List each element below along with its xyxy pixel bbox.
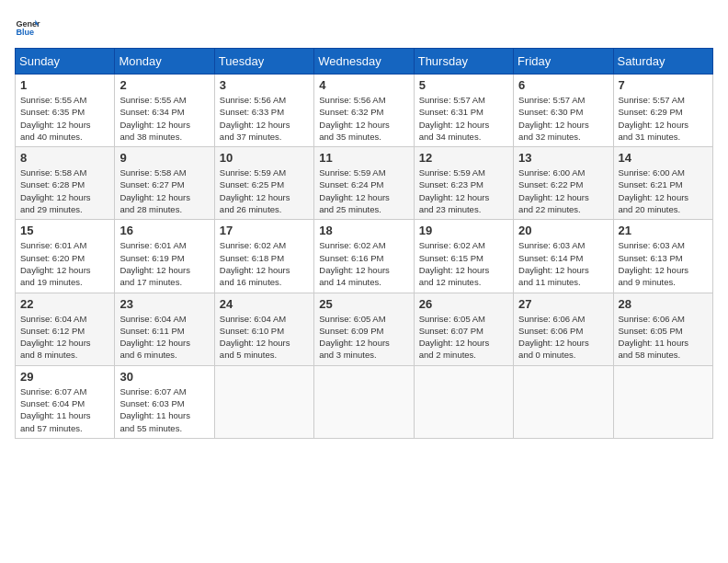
day-info: Sunrise: 6:05 AM Sunset: 6:07 PM Dayligh… — [419, 313, 508, 362]
day-number: 27 — [518, 297, 608, 311]
logo: General Blue — [15, 15, 40, 40]
svg-text:Blue: Blue — [16, 28, 34, 37]
table-row: 24Sunrise: 6:04 AM Sunset: 6:10 PM Dayli… — [214, 293, 313, 365]
day-number: 19 — [419, 224, 508, 237]
day-header-saturday: Saturday — [613, 49, 712, 75]
day-header-wednesday: Wednesday — [314, 49, 414, 75]
table-row: 7Sunrise: 5:57 AM Sunset: 6:29 PM Daylig… — [613, 75, 712, 147]
day-number: 29 — [20, 370, 109, 384]
table-row: 14Sunrise: 6:00 AM Sunset: 6:21 PM Dayli… — [613, 147, 712, 220]
day-info: Sunrise: 6:04 AM Sunset: 6:12 PM Dayligh… — [20, 313, 109, 362]
day-info: Sunrise: 5:56 AM Sunset: 6:32 PM Dayligh… — [319, 94, 408, 143]
table-row — [613, 365, 712, 438]
day-number: 12 — [419, 151, 508, 165]
day-info: Sunrise: 5:56 AM Sunset: 6:33 PM Dayligh… — [220, 94, 309, 143]
table-row: 17Sunrise: 6:02 AM Sunset: 6:18 PM Dayli… — [214, 220, 313, 293]
day-info: Sunrise: 5:55 AM Sunset: 6:34 PM Dayligh… — [119, 94, 209, 143]
day-number: 21 — [619, 224, 708, 237]
day-info: Sunrise: 6:02 AM Sunset: 6:18 PM Dayligh… — [220, 239, 309, 288]
table-row — [214, 365, 313, 438]
table-row: 20Sunrise: 6:03 AM Sunset: 6:14 PM Dayli… — [514, 220, 613, 293]
table-row: 21Sunrise: 6:03 AM Sunset: 6:13 PM Dayli… — [613, 220, 712, 293]
table-row — [314, 365, 414, 438]
table-row: 8Sunrise: 5:58 AM Sunset: 6:28 PM Daylig… — [16, 147, 115, 220]
table-row — [414, 365, 513, 438]
day-number: 3 — [220, 78, 309, 92]
table-row: 12Sunrise: 5:59 AM Sunset: 6:23 PM Dayli… — [414, 147, 513, 220]
day-number: 26 — [419, 297, 508, 311]
day-number: 9 — [119, 151, 209, 165]
day-info: Sunrise: 5:59 AM Sunset: 6:23 PM Dayligh… — [419, 167, 508, 215]
table-row: 30Sunrise: 6:07 AM Sunset: 6:03 PM Dayli… — [115, 365, 214, 438]
day-info: Sunrise: 6:07 AM Sunset: 6:04 PM Dayligh… — [20, 385, 109, 434]
day-info: Sunrise: 6:02 AM Sunset: 6:16 PM Dayligh… — [319, 239, 408, 288]
day-number: 30 — [119, 370, 209, 384]
day-number: 20 — [518, 224, 608, 237]
day-number: 2 — [119, 78, 209, 92]
table-row — [514, 365, 613, 438]
day-header-sunday: Sunday — [16, 49, 115, 75]
table-row: 15Sunrise: 6:01 AM Sunset: 6:20 PM Dayli… — [16, 220, 115, 293]
table-row: 27Sunrise: 6:06 AM Sunset: 6:06 PM Dayli… — [514, 293, 613, 365]
table-row: 2Sunrise: 5:55 AM Sunset: 6:34 PM Daylig… — [115, 75, 214, 147]
table-row: 1Sunrise: 5:55 AM Sunset: 6:35 PM Daylig… — [16, 75, 115, 147]
day-number: 5 — [419, 78, 508, 92]
day-info: Sunrise: 5:59 AM Sunset: 6:25 PM Dayligh… — [220, 167, 309, 215]
day-header-tuesday: Tuesday — [214, 49, 313, 75]
table-row: 11Sunrise: 5:59 AM Sunset: 6:24 PM Dayli… — [314, 147, 414, 220]
day-info: Sunrise: 6:02 AM Sunset: 6:15 PM Dayligh… — [419, 239, 508, 288]
day-info: Sunrise: 5:58 AM Sunset: 6:28 PM Dayligh… — [20, 167, 109, 215]
table-row: 25Sunrise: 6:05 AM Sunset: 6:09 PM Dayli… — [314, 293, 414, 365]
day-info: Sunrise: 5:57 AM Sunset: 6:31 PM Dayligh… — [419, 94, 508, 143]
day-number: 1 — [20, 78, 109, 92]
day-info: Sunrise: 5:57 AM Sunset: 6:29 PM Dayligh… — [619, 94, 708, 143]
day-info: Sunrise: 5:55 AM Sunset: 6:35 PM Dayligh… — [20, 94, 109, 143]
day-info: Sunrise: 5:57 AM Sunset: 6:30 PM Dayligh… — [518, 94, 608, 143]
day-number: 28 — [619, 297, 708, 311]
day-number: 10 — [220, 151, 309, 165]
day-number: 17 — [220, 224, 309, 237]
table-row: 3Sunrise: 5:56 AM Sunset: 6:33 PM Daylig… — [214, 75, 313, 147]
day-info: Sunrise: 6:06 AM Sunset: 6:05 PM Dayligh… — [619, 313, 708, 362]
table-row: 26Sunrise: 6:05 AM Sunset: 6:07 PM Dayli… — [414, 293, 513, 365]
calendar-table: SundayMondayTuesdayWednesdayThursdayFrid… — [15, 48, 713, 439]
table-row: 5Sunrise: 5:57 AM Sunset: 6:31 PM Daylig… — [414, 75, 513, 147]
table-row: 16Sunrise: 6:01 AM Sunset: 6:19 PM Dayli… — [115, 220, 214, 293]
table-row: 9Sunrise: 5:58 AM Sunset: 6:27 PM Daylig… — [115, 147, 214, 220]
table-row: 23Sunrise: 6:04 AM Sunset: 6:11 PM Dayli… — [115, 293, 214, 365]
day-info: Sunrise: 6:01 AM Sunset: 6:20 PM Dayligh… — [20, 239, 109, 288]
day-number: 14 — [619, 151, 708, 165]
day-number: 24 — [220, 297, 309, 311]
table-row: 4Sunrise: 5:56 AM Sunset: 6:32 PM Daylig… — [314, 75, 414, 147]
table-row: 18Sunrise: 6:02 AM Sunset: 6:16 PM Dayli… — [314, 220, 414, 293]
table-row: 29Sunrise: 6:07 AM Sunset: 6:04 PM Dayli… — [16, 365, 115, 438]
day-number: 7 — [619, 78, 708, 92]
table-row: 22Sunrise: 6:04 AM Sunset: 6:12 PM Dayli… — [16, 293, 115, 365]
day-number: 4 — [319, 78, 408, 92]
day-info: Sunrise: 6:03 AM Sunset: 6:14 PM Dayligh… — [518, 239, 608, 288]
day-header-monday: Monday — [115, 49, 214, 75]
day-number: 25 — [319, 297, 408, 311]
day-number: 16 — [119, 224, 209, 237]
day-number: 6 — [518, 78, 608, 92]
table-row: 19Sunrise: 6:02 AM Sunset: 6:15 PM Dayli… — [414, 220, 513, 293]
day-info: Sunrise: 6:00 AM Sunset: 6:21 PM Dayligh… — [619, 167, 708, 215]
day-info: Sunrise: 6:04 AM Sunset: 6:11 PM Dayligh… — [119, 313, 209, 362]
day-info: Sunrise: 6:00 AM Sunset: 6:22 PM Dayligh… — [518, 167, 608, 215]
day-header-thursday: Thursday — [414, 49, 513, 75]
day-number: 15 — [20, 224, 109, 237]
day-number: 22 — [20, 297, 109, 311]
day-info: Sunrise: 6:07 AM Sunset: 6:03 PM Dayligh… — [119, 385, 209, 434]
day-info: Sunrise: 6:01 AM Sunset: 6:19 PM Dayligh… — [119, 239, 209, 288]
day-number: 23 — [119, 297, 209, 311]
day-header-friday: Friday — [514, 49, 613, 75]
day-number: 13 — [518, 151, 608, 165]
table-row: 10Sunrise: 5:59 AM Sunset: 6:25 PM Dayli… — [214, 147, 313, 220]
day-info: Sunrise: 5:59 AM Sunset: 6:24 PM Dayligh… — [319, 167, 408, 215]
table-row: 28Sunrise: 6:06 AM Sunset: 6:05 PM Dayli… — [613, 293, 712, 365]
day-number: 11 — [319, 151, 408, 165]
day-number: 18 — [319, 224, 408, 237]
table-row: 6Sunrise: 5:57 AM Sunset: 6:30 PM Daylig… — [514, 75, 613, 147]
day-info: Sunrise: 5:58 AM Sunset: 6:27 PM Dayligh… — [119, 167, 209, 215]
day-number: 8 — [20, 151, 109, 165]
